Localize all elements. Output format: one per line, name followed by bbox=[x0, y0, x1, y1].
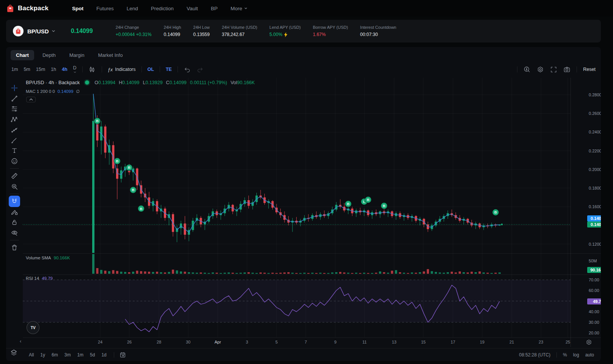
trade-marker-b[interactable]: B bbox=[94, 118, 101, 124]
rsi-label[interactable]: RSI 14 bbox=[26, 276, 39, 281]
interval-5m[interactable]: 5m bbox=[24, 67, 30, 72]
axis-settings-icon[interactable] bbox=[586, 339, 592, 345]
pane-separator[interactable] bbox=[23, 253, 601, 254]
interval-4h[interactable]: 4h bbox=[62, 67, 68, 72]
fullscreen-icon[interactable] bbox=[550, 66, 557, 73]
nav-item-more[interactable]: More bbox=[231, 6, 248, 11]
tool-divider bbox=[10, 168, 19, 169]
tradingview-logo[interactable]: TV bbox=[27, 321, 39, 334]
brand[interactable]: Backpack bbox=[6, 4, 49, 13]
pane-separator[interactable] bbox=[23, 275, 601, 275]
range-button-all[interactable]: All bbox=[29, 352, 34, 358]
ruler-icon[interactable] bbox=[10, 171, 19, 180]
text-icon[interactable] bbox=[10, 146, 19, 155]
chart-bottom-bar: All1y6m3m1m5d1d 08:52:28 (UTC) %logauto bbox=[6, 348, 601, 361]
volume-value: 90.166K bbox=[53, 256, 70, 260]
scale-button-log[interactable]: log bbox=[573, 352, 579, 358]
legend-collapse-button[interactable] bbox=[26, 97, 36, 102]
market-pair-selector[interactable]: BP/USD bbox=[27, 28, 49, 35]
chevron-down-icon[interactable] bbox=[51, 29, 56, 33]
zoom-in-icon[interactable] bbox=[10, 182, 19, 191]
trade-marker-b[interactable]: B bbox=[365, 196, 371, 203]
svg-text:B: B bbox=[132, 188, 135, 192]
trade-marker-b[interactable]: B bbox=[138, 206, 145, 212]
divider bbox=[178, 66, 178, 72]
nav-item-bp[interactable]: BP bbox=[211, 6, 218, 11]
price-axis-border[interactable] bbox=[571, 78, 571, 347]
stat-label: 24H Low bbox=[193, 25, 209, 30]
xabcd-pattern-icon[interactable] bbox=[10, 115, 19, 124]
price-chart[interactable]: BBBBBBLBBB bbox=[23, 78, 571, 337]
legend-symbol[interactable]: BP/USD · 4h · Backpack bbox=[26, 80, 80, 85]
interval-d[interactable]: D bbox=[73, 65, 77, 74]
nav-item-futures[interactable]: Futures bbox=[96, 6, 114, 11]
trade-marker-b[interactable]: B bbox=[345, 201, 352, 207]
interval-15m[interactable]: 15m bbox=[36, 67, 45, 72]
trash-icon[interactable] bbox=[10, 243, 19, 252]
range-button-1d[interactable]: 1d bbox=[101, 352, 106, 358]
magnet-icon[interactable] bbox=[9, 196, 20, 207]
time-axis-label: 7 bbox=[305, 340, 307, 344]
trade-marker-b[interactable]: B bbox=[130, 187, 137, 193]
chart-toolbar: 1m5m15m1h4hD ƒxIndicatorsOLTE Reset bbox=[6, 64, 601, 75]
mac-label[interactable]: MAC 1 200 0 0 bbox=[26, 89, 55, 94]
divider bbox=[141, 66, 142, 72]
rsi-axis-label: 30.00 bbox=[589, 320, 599, 325]
chevron-left-icon[interactable]: ‹ bbox=[20, 338, 21, 344]
tab-market-info[interactable]: Market Info bbox=[93, 50, 128, 60]
candle-style-icon[interactable] bbox=[88, 66, 96, 73]
range-button-5d[interactable]: 5d bbox=[90, 352, 95, 358]
lock-icon[interactable] bbox=[10, 218, 19, 227]
scale-button-%[interactable]: % bbox=[563, 352, 567, 358]
divider bbox=[577, 66, 577, 72]
session-clock[interactable]: 08:52:28 (UTC) bbox=[519, 352, 550, 358]
volume-label[interactable]: Volume SMA bbox=[26, 256, 51, 260]
nav-item-vault[interactable]: Vault bbox=[187, 6, 198, 11]
order-lines-button[interactable]: OL bbox=[148, 67, 154, 72]
range-button-6m[interactable]: 6m bbox=[52, 352, 58, 358]
forecast-icon[interactable] bbox=[10, 125, 19, 134]
fib-retracement-icon[interactable] bbox=[10, 104, 19, 113]
last-price: 0.14099 bbox=[71, 28, 106, 35]
emoji-icon[interactable] bbox=[10, 157, 19, 166]
tab-margin[interactable]: Margin bbox=[64, 50, 90, 60]
indicators-button[interactable]: ƒxIndicators bbox=[108, 67, 136, 72]
range-button-3m[interactable]: 3m bbox=[64, 352, 71, 358]
interval-1m[interactable]: 1m bbox=[11, 67, 18, 72]
trade-marker-b[interactable]: B bbox=[381, 202, 387, 209]
settings-icon[interactable] bbox=[537, 66, 544, 73]
camera-icon[interactable] bbox=[563, 66, 571, 73]
draw-lock-icon[interactable] bbox=[10, 207, 19, 217]
time-axis[interactable]: 24262830Apr35791113151719212325 bbox=[23, 337, 571, 348]
go-to-date-icon[interactable] bbox=[119, 351, 126, 358]
range-button-1m[interactable]: 1m bbox=[77, 352, 83, 358]
alert-icon[interactable] bbox=[523, 66, 531, 73]
time-axis-label: 15 bbox=[421, 340, 426, 344]
stat-value-text: 0.14099 bbox=[163, 32, 180, 37]
undo-icon[interactable] bbox=[184, 66, 191, 73]
tab-chart[interactable]: Chart bbox=[11, 50, 34, 60]
nav-item-spot[interactable]: Spot bbox=[72, 6, 83, 11]
ticker-stat: Borrow APY (USD)1.67% bbox=[313, 25, 348, 37]
redo-icon[interactable] bbox=[196, 66, 204, 73]
interval-1h[interactable]: 1h bbox=[51, 67, 56, 72]
brand-name: Backpack bbox=[18, 5, 49, 12]
range-button-1y[interactable]: 1y bbox=[40, 352, 45, 358]
scale-button-auto[interactable]: auto bbox=[585, 352, 594, 358]
trade-executions-button[interactable]: TE bbox=[166, 67, 172, 72]
brush-icon[interactable] bbox=[10, 136, 19, 145]
nav-item-lend[interactable]: Lend bbox=[127, 6, 138, 11]
trade-marker-b[interactable]: B bbox=[492, 209, 499, 215]
rsi-axis-label: 60.00 bbox=[589, 288, 599, 293]
eye-icon[interactable] bbox=[10, 228, 19, 237]
trend-line-icon[interactable] bbox=[10, 94, 19, 103]
nav-item-prediction[interactable]: Prediction bbox=[151, 6, 174, 11]
reset-button[interactable]: Reset bbox=[583, 67, 596, 72]
crosshair-icon[interactable] bbox=[10, 83, 19, 93]
legend-ohlc-item: H0.14099 bbox=[119, 80, 139, 85]
tab-depth[interactable]: Depth bbox=[37, 50, 61, 60]
trade-marker-b[interactable]: B bbox=[114, 158, 121, 164]
stat-value: 378,242.67 bbox=[222, 32, 258, 37]
trade-marker-b[interactable]: B bbox=[126, 164, 132, 171]
mac-hidden-icon[interactable]: ∅ bbox=[76, 89, 80, 94]
